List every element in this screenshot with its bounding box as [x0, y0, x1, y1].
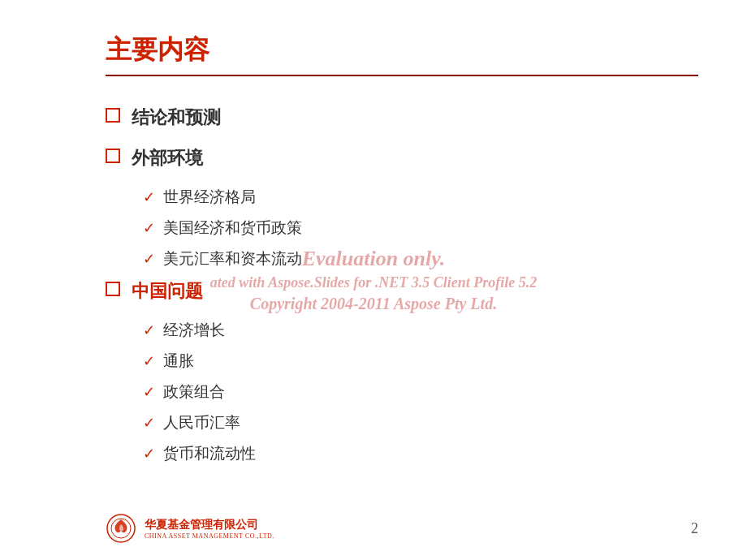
main-item-label-1: 结论和预测 [132, 106, 221, 130]
sub-item-3-3: ✓ 政策组合 [143, 381, 698, 403]
sub-items-3: ✓ 经济增长 ✓ 通胀 ✓ 政策组合 ✓ 人民币汇率 ✓ 货币和流动性 [143, 320, 698, 464]
sub-item-label-3-4: 人民币汇率 [163, 412, 240, 433]
checkbox-icon-1 [106, 108, 120, 123]
logo-english: CHINA ASSET MANAGEMENT CO.,LTD. [145, 532, 274, 540]
title-underline [106, 75, 698, 76]
check-mark-icon: ✓ [143, 219, 155, 237]
sub-item-label-2-3: 美元汇率和资本流动 [163, 248, 302, 269]
check-mark-icon: ✓ [143, 250, 155, 268]
check-mark-icon: ✓ [143, 414, 155, 432]
sub-item-3-5: ✓ 货币和流动性 [143, 443, 698, 464]
slide-title: 主要内容 [106, 32, 698, 68]
footer: 华夏基金管理有限公司 CHINA ASSET MANAGEMENT CO.,LT… [0, 513, 747, 544]
sub-item-label-2-1: 世界经济格局 [163, 187, 256, 208]
sub-item-label-3-2: 通胀 [163, 351, 194, 372]
check-mark-icon: ✓ [143, 188, 155, 206]
check-mark-icon: ✓ [143, 321, 155, 339]
sub-item-2-3: ✓ 美元汇率和资本流动 [143, 248, 698, 269]
sub-item-3-4: ✓ 人民币汇率 [143, 412, 698, 433]
sub-item-label-3-5: 货币和流动性 [163, 443, 256, 464]
slide-container: 主要内容 结论和预测 外部环境 ✓ 世界经济格局 ✓ 美国经济和货币政策 ✓ [0, 0, 747, 560]
main-item-label-2: 外部环境 [132, 146, 203, 170]
logo-text-block: 华夏基金管理有限公司 CHINA ASSET MANAGEMENT CO.,LT… [145, 518, 274, 540]
sub-item-3-2: ✓ 通胀 [143, 351, 698, 372]
check-mark-icon: ✓ [143, 383, 155, 401]
sub-items-2: ✓ 世界经济格局 ✓ 美国经济和货币政策 ✓ 美元汇率和资本流动 [143, 187, 698, 269]
check-mark-icon: ✓ [143, 445, 155, 463]
sub-item-label-3-1: 经济增长 [163, 320, 225, 341]
sub-item-2-1: ✓ 世界经济格局 [143, 187, 698, 208]
main-item-2: 外部环境 [106, 146, 698, 170]
main-item-1: 结论和预测 [106, 106, 698, 130]
title-section: 主要内容 [106, 32, 698, 76]
sub-item-label-2-2: 美国经济和货币政策 [163, 218, 302, 239]
checkbox-icon-2 [106, 149, 120, 163]
page-number: 2 [691, 520, 698, 537]
main-item-3: 中国问题 [106, 279, 698, 304]
logo-section: 华夏基金管理有限公司 CHINA ASSET MANAGEMENT CO.,LT… [106, 513, 274, 544]
content-section: 结论和预测 外部环境 ✓ 世界经济格局 ✓ 美国经济和货币政策 ✓ 美元汇率和资… [106, 106, 698, 474]
logo-icon [106, 513, 136, 544]
sub-item-3-1: ✓ 经济增长 [143, 320, 698, 341]
sub-item-2-2: ✓ 美国经济和货币政策 [143, 218, 698, 239]
check-mark-icon: ✓ [143, 352, 155, 370]
logo-chinese: 华夏基金管理有限公司 [145, 518, 274, 532]
checkbox-icon-3 [106, 282, 120, 296]
main-item-label-3: 中国问题 [132, 279, 203, 304]
sub-item-label-3-3: 政策组合 [163, 381, 225, 403]
